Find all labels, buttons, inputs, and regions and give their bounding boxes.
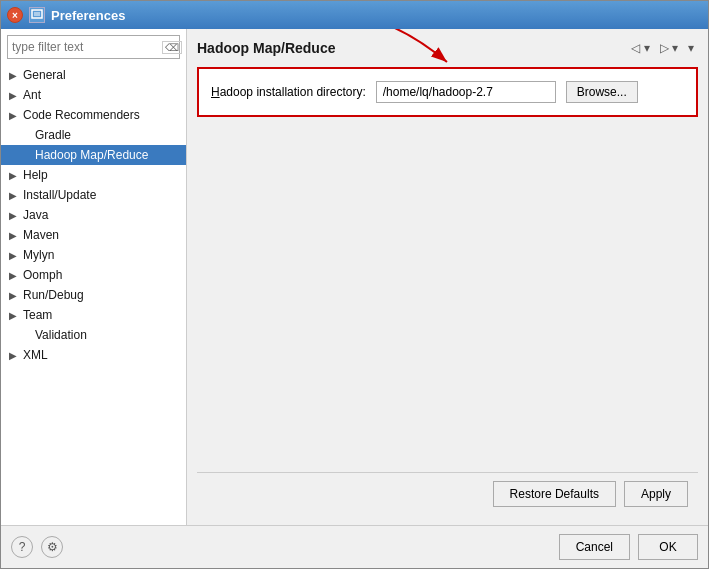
tree-arrow-icon: ▶: [9, 290, 19, 301]
tree-arrow-icon: ▶: [9, 350, 19, 361]
sidebar-item-label: Maven: [23, 228, 59, 242]
sidebar-item-oomph[interactable]: ▶Oomph: [1, 265, 186, 285]
sidebar-item-label: Ant: [23, 88, 41, 102]
tree-arrow-icon: ▶: [9, 310, 19, 321]
sidebar-item-label: General: [23, 68, 66, 82]
search-input[interactable]: [12, 40, 162, 54]
sidebar-item-label: Validation: [35, 328, 87, 342]
nav-forward-button[interactable]: ▷ ▾: [656, 39, 682, 57]
apply-button[interactable]: Apply: [624, 481, 688, 507]
panel-title: Hadoop Map/Reduce: [197, 40, 335, 56]
sidebar-item-label: Install/Update: [23, 188, 96, 202]
preferences-dialog: × Preferences ⌫ ▶General▶Ant▶Code Recomm…: [0, 0, 709, 569]
restore-defaults-button[interactable]: Restore Defaults: [493, 481, 616, 507]
cancel-button[interactable]: Cancel: [559, 534, 630, 560]
sidebar-item-gradle[interactable]: Gradle: [1, 125, 186, 145]
bottom-bar: ? ⚙ Cancel OK: [1, 525, 708, 568]
sidebar-item-code-recommenders[interactable]: ▶Code Recommenders: [1, 105, 186, 125]
tree-arrow-icon: ▶: [9, 170, 19, 181]
sidebar-item-install-update[interactable]: ▶Install/Update: [1, 185, 186, 205]
tree-arrow-icon: ▶: [9, 250, 19, 261]
sidebar-item-label: Team: [23, 308, 52, 322]
hadoop-dir-label: Hadoop installation directory:: [211, 85, 366, 99]
sidebar-item-team[interactable]: ▶Team: [1, 305, 186, 325]
sidebar-tree: ▶General▶Ant▶Code RecommendersGradleHado…: [1, 65, 186, 365]
dialog-icon: [29, 7, 45, 23]
sidebar-item-maven[interactable]: ▶Maven: [1, 225, 186, 245]
sidebar-item-java[interactable]: ▶Java: [1, 205, 186, 225]
sidebar-item-label: XML: [23, 348, 48, 362]
sidebar-item-run-debug[interactable]: ▶Run/Debug: [1, 285, 186, 305]
sidebar-item-help[interactable]: ▶Help: [1, 165, 186, 185]
sidebar-item-label: Code Recommenders: [23, 108, 140, 122]
settings-icon-button[interactable]: ⚙: [41, 536, 63, 558]
tree-arrow-icon: ▶: [9, 70, 19, 81]
sidebar: ⌫ ▶General▶Ant▶Code RecommendersGradleHa…: [1, 29, 187, 525]
sidebar-item-xml[interactable]: ▶XML: [1, 345, 186, 365]
sidebar-item-label: Run/Debug: [23, 288, 84, 302]
hadoop-config-section: Hadoop installation directory: Browse...: [197, 67, 698, 117]
help-icon-button[interactable]: ?: [11, 536, 33, 558]
main-panel: Hadoop Map/Reduce ◁ ▾ ▷ ▾ ▾: [187, 29, 708, 525]
bottom-buttons: Cancel OK: [559, 534, 698, 560]
sidebar-item-label: Oomph: [23, 268, 62, 282]
sidebar-item-ant[interactable]: ▶Ant: [1, 85, 186, 105]
title-bar: × Preferences: [1, 1, 708, 29]
tree-arrow-icon: ▶: [9, 270, 19, 281]
sidebar-item-label: Hadoop Map/Reduce: [35, 148, 148, 162]
tree-arrow-icon: ▶: [9, 190, 19, 201]
search-box[interactable]: ⌫: [7, 35, 180, 59]
close-button[interactable]: ×: [7, 7, 23, 23]
sidebar-item-label: Gradle: [35, 128, 71, 142]
sidebar-item-mylyn[interactable]: ▶Mylyn: [1, 245, 186, 265]
nav-menu-button[interactable]: ▾: [684, 39, 698, 57]
tree-arrow-icon: ▶: [9, 90, 19, 101]
action-bar: Restore Defaults Apply: [197, 472, 698, 515]
tree-arrow-icon: ▶: [9, 230, 19, 241]
sidebar-item-general[interactable]: ▶General: [1, 65, 186, 85]
config-section-wrapper: Hadoop installation directory: Browse...: [197, 67, 698, 125]
sidebar-item-label: Mylyn: [23, 248, 54, 262]
tree-arrow-icon: ▶: [9, 210, 19, 221]
dialog-title: Preferences: [51, 8, 702, 23]
nav-back-button[interactable]: ◁ ▾: [627, 39, 653, 57]
sidebar-item-hadoop[interactable]: Hadoop Map/Reduce: [1, 145, 186, 165]
search-clear-button[interactable]: ⌫: [162, 41, 182, 54]
sidebar-item-label: Java: [23, 208, 48, 222]
svg-rect-0: [32, 10, 42, 18]
browse-button[interactable]: Browse...: [566, 81, 638, 103]
panel-header: Hadoop Map/Reduce ◁ ▾ ▷ ▾ ▾: [197, 39, 698, 57]
spacer: [197, 125, 698, 472]
sidebar-item-label: Help: [23, 168, 48, 182]
tree-arrow-icon: ▶: [9, 110, 19, 121]
sidebar-item-validation[interactable]: Validation: [1, 325, 186, 345]
ok-button[interactable]: OK: [638, 534, 698, 560]
panel-nav: ◁ ▾ ▷ ▾ ▾: [627, 39, 698, 57]
content-area: ⌫ ▶General▶Ant▶Code RecommendersGradleHa…: [1, 29, 708, 525]
hadoop-dir-input[interactable]: [376, 81, 556, 103]
bottom-icons: ? ⚙: [11, 536, 63, 558]
